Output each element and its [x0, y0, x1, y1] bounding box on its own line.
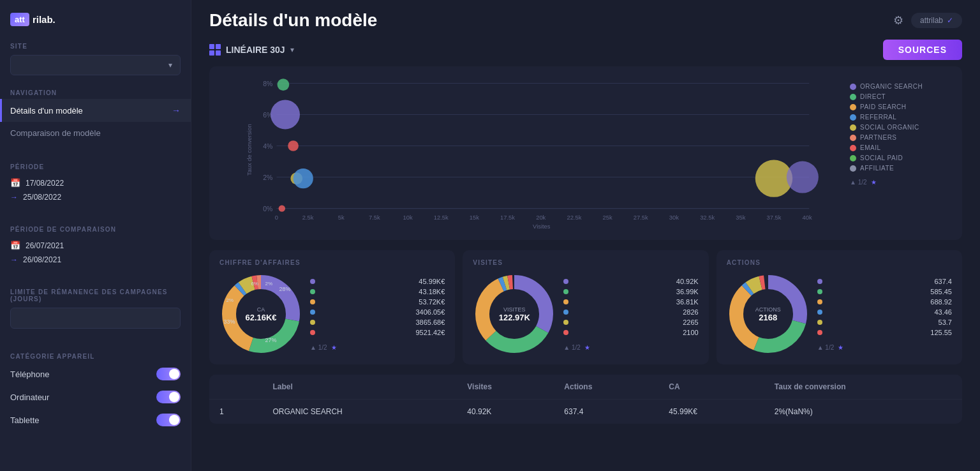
svg-text:32.5k: 32.5k: [700, 214, 715, 221]
legend-item: PAID SEARCH: [850, 103, 952, 110]
metrics-row: CHIFFRE D'AFFAIRES: [209, 250, 962, 364]
dot: [563, 320, 568, 325]
legend-label-direct: DIRECT: [860, 93, 886, 100]
legend-label-organic: ORGANIC SEARCH: [860, 83, 923, 90]
donut-visites-label: VISITES: [499, 306, 530, 313]
actions-val-2: 585.45: [930, 288, 952, 295]
svg-text:40k: 40k: [803, 214, 812, 221]
ca-legend: 45.99K€ 43.18K€ 53.72K€ 3406.05€: [310, 278, 445, 351]
actions-page: ▲ 1/2: [817, 344, 835, 351]
dot: [817, 320, 822, 325]
legend-dot-organic: [850, 84, 856, 90]
svg-point-35: [787, 161, 819, 193]
cell-visites: 40.92K: [457, 400, 554, 424]
legend-label-affiliate: AFFILIATE: [860, 165, 894, 172]
remanence-input[interactable]: 365: [10, 308, 181, 329]
ca-val-6: 9521.42€: [415, 329, 445, 336]
actions-val-5: 53.7: [939, 318, 952, 326]
periode-comp-label: PÉRIODE DE COMPARAISON: [0, 222, 191, 236]
legend-item: 585.45: [817, 288, 952, 295]
donut-actions-value: 2168: [755, 313, 781, 322]
gear-icon[interactable]: ⚙: [893, 13, 903, 27]
arrow-right-icon: →: [172, 105, 181, 116]
site-dropdown[interactable]: ▾: [10, 55, 181, 75]
sidebar-item-comparison[interactable]: Comparaison de modèle: [0, 122, 191, 144]
legend-item: SOCIAL ORGANIC: [850, 124, 952, 131]
dot: [563, 279, 568, 284]
dot: [563, 330, 568, 335]
legend-item: 40.92K: [563, 278, 698, 285]
sidebar: att rilab. SITE ▾ NAVIGATION Détails d'u…: [0, 0, 191, 471]
legend-item: 2265: [563, 318, 698, 326]
navigation-section-label: NAVIGATION: [0, 86, 191, 99]
legend-item: 637.4: [817, 278, 952, 285]
arrow-right-icon: →: [10, 255, 18, 264]
actions-val-3: 688.92: [930, 298, 952, 306]
legend-item: 36.81K: [563, 298, 698, 306]
col-header-ca: CA: [658, 375, 764, 400]
legend-label-paid: PAID SEARCH: [860, 103, 907, 110]
legend-item: PARTNERS: [850, 134, 952, 141]
legend-label-social-paid: SOCIAL PAID: [860, 154, 903, 161]
donut-ca-value: 62.16K€: [245, 313, 276, 322]
col-header-visites: Visites: [457, 375, 554, 400]
svg-text:8%: 8%: [263, 80, 272, 87]
col-header-taux: Taux de conversion: [764, 375, 962, 400]
visites-val-5: 2265: [683, 318, 698, 326]
remanence-label: LIMITE DE RÉMANENCE DES CAMPAGNES (JOURS…: [0, 285, 191, 305]
metric-title-visites: VISITES: [473, 259, 698, 266]
legend-label-email: EMAIL: [860, 144, 881, 151]
model-name: LINÉAIRE 30J: [226, 45, 285, 55]
dot: [817, 330, 822, 335]
telephone-toggle[interactable]: [156, 368, 181, 380]
visites-star: ★: [584, 344, 590, 351]
user-pill[interactable]: attrilab ✓: [911, 13, 962, 28]
sidebar-item-details[interactable]: Détails d'un modèle →: [0, 99, 191, 122]
sources-button[interactable]: SOURCES: [883, 40, 962, 60]
metric-card-ca: CHIFFRE D'AFFAIRES: [209, 250, 455, 364]
cell-actions: 637.4: [554, 400, 658, 424]
legend-dot-paid: [850, 104, 856, 110]
date-start: 17/08/2022: [26, 179, 64, 188]
main-header: Détails d'un modèle ⚙ attrilab ✓: [191, 0, 980, 37]
svg-text:5k: 5k: [338, 214, 345, 221]
data-table-section: Label Visites Actions CA Taux de convers…: [209, 375, 962, 424]
dot: [563, 289, 568, 294]
legend-item: 2100: [563, 329, 698, 336]
grid-icon: [209, 44, 221, 56]
svg-text:7.5k: 7.5k: [369, 214, 380, 221]
legend-label-social-organic: SOCIAL ORGANIC: [860, 124, 919, 131]
visites-val-2: 36.99K: [676, 288, 699, 295]
chevron-down-icon: ▾: [168, 61, 172, 70]
date-range: 📅 17/08/2022 → 25/08/2022: [0, 173, 191, 207]
svg-point-31: [288, 140, 299, 151]
dot: [817, 310, 822, 315]
legend-item: 36.99K: [563, 288, 698, 295]
metric-card-actions: ACTIONS ACTIONS 2168: [716, 250, 962, 364]
donut-ca-label: CA: [245, 306, 276, 313]
metric-title-actions: ACTIONS: [727, 259, 952, 266]
logo: att rilab.: [0, 10, 191, 39]
legend-dot-direct: [850, 94, 856, 100]
ca-page: ▲ 1/2: [310, 344, 327, 351]
site-section-label: SITE: [0, 39, 191, 52]
ordinateur-toggle[interactable]: [156, 391, 181, 403]
calendar-icon: 📅: [10, 178, 20, 188]
ca-val-3: 53.72K€: [419, 298, 445, 306]
visites-val-6: 2100: [683, 329, 698, 336]
tablette-toggle[interactable]: [156, 414, 181, 426]
nav-item-label: Détails d'un modèle: [10, 106, 83, 116]
actions-footer: ▲ 1/2 ★: [817, 344, 952, 351]
model-selector[interactable]: LINÉAIRE 30J ▾: [209, 44, 294, 56]
actions-legend: 637.4 585.45 688.92 43.46: [817, 278, 952, 351]
data-table: Label Visites Actions CA Taux de convers…: [209, 375, 962, 424]
legend-star: ★: [871, 179, 877, 186]
telephone-label: Téléphone: [10, 370, 49, 379]
logo-box: att: [10, 13, 29, 26]
ca-star: ★: [331, 344, 337, 351]
chevron-down-icon: ▾: [290, 45, 294, 54]
nav-item-label: Comparaison de modèle: [10, 128, 101, 138]
actions-val-1: 637.4: [934, 278, 952, 285]
ca-footer: ▲ 1/2 ★: [310, 344, 445, 351]
svg-point-29: [278, 78, 290, 91]
